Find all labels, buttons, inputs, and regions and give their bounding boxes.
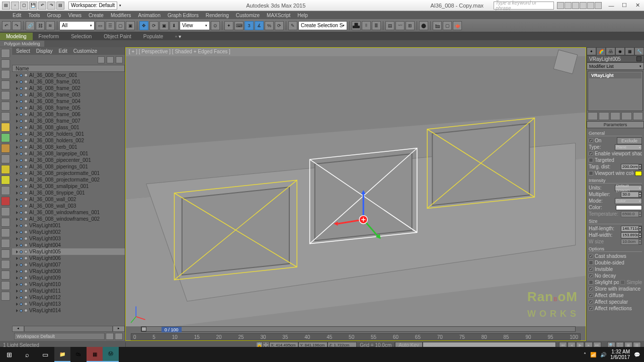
se-menu-customize[interactable]: Customize (73, 48, 97, 54)
pivot-center-button[interactable]: ⊙ (211, 21, 220, 30)
se-foot-btn-1[interactable] (106, 333, 114, 340)
scene-item[interactable]: VRayLight003 (12, 235, 125, 242)
render-button[interactable]: 🫖 (453, 21, 462, 30)
search-taskbar-icon[interactable]: ⌕ (18, 347, 36, 362)
se-menu-edit[interactable]: Edit (59, 48, 67, 54)
filter-ext6-icon[interactable] (1, 239, 10, 248)
scroll-right-icon[interactable]: ▸ (113, 326, 125, 332)
layers-button[interactable]: ≣ (372, 21, 381, 30)
task-explorer[interactable]: 📁 (54, 347, 70, 362)
cast-shadows-checkbox[interactable]: ✓ (589, 254, 593, 258)
scene-item[interactable]: AI_36_008_frame_007 (12, 118, 125, 124)
time-slider-thumb[interactable] (141, 327, 146, 331)
scene-item[interactable]: AI_36_008_frame_004 (12, 98, 125, 105)
scene-explorer-column-header[interactable]: Name (12, 65, 125, 72)
scene-item[interactable]: VRayLight006 (12, 255, 125, 261)
percent-snap-button[interactable]: % (265, 21, 274, 30)
notifications-icon[interactable]: 💬 (634, 352, 640, 357)
se-foot-btn-2[interactable] (115, 333, 123, 340)
object-name-field[interactable]: VRayLight005 (587, 55, 644, 62)
filter-cameras-icon[interactable] (1, 91, 10, 100)
type-dropdown[interactable]: Plane (615, 144, 642, 150)
se-menu-display[interactable]: Display (36, 48, 53, 54)
help-icon[interactable] (595, 2, 602, 9)
scene-item[interactable]: VRayLight014 (12, 307, 125, 314)
scene-item[interactable]: AI_36_008_glass_001 (12, 124, 125, 131)
scroll-track[interactable] (24, 326, 113, 332)
tab-utilities-icon[interactable]: 🔧 (634, 47, 644, 55)
scene-item[interactable]: AI_36_008_windowframes_002 (12, 216, 125, 222)
task-app1[interactable]: ▦ (87, 347, 103, 362)
targeted-checkbox[interactable] (589, 158, 593, 162)
link-button[interactable]: 🔗 (26, 21, 35, 30)
no-decay-checkbox[interactable]: ✓ (589, 274, 593, 278)
scene-item[interactable]: AI_36_008_wall_003 (12, 203, 125, 209)
mode-dropdown[interactable]: Color (615, 198, 642, 204)
tray-network-icon[interactable]: 📶 (590, 352, 596, 357)
filter-ext7-icon[interactable] (1, 249, 10, 258)
filter-ext11-icon[interactable] (1, 292, 10, 301)
vp-wire-checkbox[interactable] (589, 171, 593, 175)
se-lock-icon[interactable] (107, 56, 114, 63)
menu-help[interactable]: Help (297, 13, 308, 18)
store-irr-checkbox[interactable]: ✓ (589, 287, 593, 291)
new-icon[interactable]: ▫ (11, 2, 19, 10)
app-menu-button[interactable]: ▤ (2, 2, 10, 10)
menu-create[interactable]: Create (89, 13, 104, 18)
filter-lights-icon[interactable] (1, 80, 10, 89)
ribbon-expand-icon[interactable]: ▫ ▾ (175, 34, 181, 39)
tab-create-icon[interactable]: ✦ (587, 47, 596, 55)
schematic-view-button[interactable]: ⊞ (406, 21, 415, 30)
material-editor-button[interactable]: ⬤ (419, 21, 428, 30)
subscription-icon[interactable] (557, 2, 564, 9)
search-input[interactable]: Type a keyword or phrase (494, 2, 554, 10)
scene-item[interactable]: VRayLight005 (12, 248, 125, 255)
favorites-icon[interactable] (580, 2, 587, 9)
scene-item[interactable]: AI_36_008_tinypipe_001 (12, 190, 125, 196)
redo-button[interactable]: ↷ (12, 21, 21, 30)
menu-animation[interactable]: Animation (138, 13, 160, 18)
task-store[interactable]: 🛍 (70, 347, 87, 362)
skylight-portal-checkbox[interactable] (589, 280, 593, 285)
scene-item[interactable]: AI_36_008_holders_001 (12, 131, 125, 137)
filter-spacewarps-icon[interactable] (1, 112, 10, 121)
multiplier-spinner[interactable]: ▴▾ (621, 192, 642, 198)
rollout-parameters-header[interactable]: Parameters (587, 121, 644, 128)
pin-stack-icon[interactable] (588, 112, 598, 120)
scene-item[interactable]: VRayLight011 (12, 288, 125, 294)
open-icon[interactable]: ▢ (20, 2, 28, 10)
select-move-button[interactable]: ✥ (139, 21, 148, 30)
filter-ext4-icon[interactable] (1, 218, 10, 227)
select-by-name-button[interactable]: ☰ (106, 21, 115, 30)
show-end-result-icon[interactable] (599, 112, 609, 120)
scroll-left-icon[interactable]: ◂ (12, 326, 24, 332)
scene-item[interactable]: AI_36_008_projectormatte_001 (12, 170, 125, 176)
scene-item[interactable]: VRayLight013 (12, 301, 125, 307)
snaps-toggle-button[interactable]: 3 (245, 21, 254, 30)
filter-ext1-icon[interactable] (1, 186, 10, 195)
menu-grapheditors[interactable]: Graph Editors (168, 13, 199, 18)
vp-wire-color-swatch[interactable] (635, 171, 642, 176)
spinner-snap-button[interactable]: ⟳ (275, 21, 284, 30)
scene-item[interactable]: AI_36_008_piperings_001 (12, 163, 125, 170)
close-button[interactable]: ✕ (631, 1, 644, 10)
affect-diffuse-checkbox[interactable]: ✓ (589, 293, 593, 298)
half-length-spinner[interactable]: ▴▾ (621, 226, 642, 232)
scene-item[interactable]: AI_36_008_kerb_001 (12, 144, 125, 150)
modifier-list-dropdown[interactable]: Modifier List (587, 62, 644, 70)
communication-icon[interactable] (572, 2, 579, 9)
select-object-button[interactable]: ▭ (96, 21, 105, 30)
scene-item[interactable]: VRayLight004 (12, 242, 125, 248)
unlink-button[interactable]: ⛓ (36, 21, 45, 30)
double-sided-checkbox[interactable] (589, 260, 593, 265)
align-button[interactable]: ⫴ (362, 21, 371, 30)
filter-ext2-icon[interactable] (1, 197, 10, 206)
ref-coord-system[interactable]: View (180, 21, 210, 30)
window-crossing-button[interactable]: ▣ (126, 21, 135, 30)
filter-bones-icon[interactable] (1, 144, 10, 153)
bind-spacewarp-button[interactable]: ≋ (46, 21, 55, 30)
undo-button[interactable]: ↶ (2, 21, 11, 30)
task-view-icon[interactable]: ▭ (36, 347, 54, 362)
invisible-checkbox[interactable]: ✓ (589, 267, 593, 272)
clock[interactable]: 1:32 AM1/6/2017 (610, 349, 630, 360)
